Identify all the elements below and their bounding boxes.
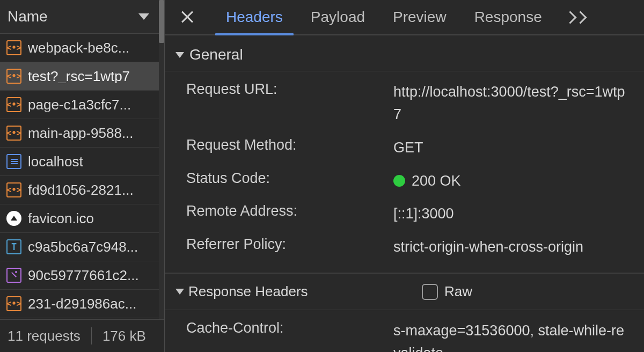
response-headers-values: Cache-Control: s-maxage=31536000, stale-… [165,310,644,352]
remote-address-label: Remote Address: [186,203,393,219]
status-dot-icon [393,175,405,187]
column-header-name: Name [8,8,48,25]
raw-toggle[interactable]: Raw [422,283,472,300]
request-name: localhost [28,155,83,168]
cache-control-label: Cache-Control: [186,320,393,336]
remote-address-value[interactable]: [::1]:3000 [393,203,631,225]
referrer-policy-value[interactable]: strict-origin-when-cross-origin [393,236,631,259]
request-row[interactable]: <•>webpack-be8c... [0,34,164,62]
section-general-heading[interactable]: General [165,35,644,71]
scrollbar-thumb[interactable] [159,0,164,43]
request-name: main-app-9588... [28,126,134,140]
request-row[interactable]: localhost [0,148,164,176]
tab-payload[interactable]: Payload [297,0,379,34]
requests-sidebar: Name <•>webpack-be8c...<•>test?_rsc=1wtp… [0,0,165,352]
request-url-value[interactable]: http://localhost:3000/test?_rsc=1wtp7 [393,81,631,126]
details-body: General Request URL: http://localhost:30… [165,35,644,352]
script-icon: <•> [6,69,21,84]
requests-column-header[interactable]: Name [0,0,164,34]
tab-headers[interactable]: Headers [212,0,297,34]
script-icon: <•> [6,40,21,55]
row-remote-address: Remote Address: [::1]:3000 [165,197,644,231]
font-icon: T [6,239,21,254]
network-summary-bar: 11 requests 176 kB [0,319,164,352]
script-icon: <•> [6,182,21,197]
request-details-pane: Headers Payload Preview Response General [165,0,644,352]
request-method-value[interactable]: GET [393,137,631,159]
row-request-url: Request URL: http://localhost:3000/test?… [165,76,644,131]
tab-headers-label: Headers [226,9,283,26]
devtools-network-panel: Name <•>webpack-be8c...<•>test?_rsc=1wtp… [0,0,644,352]
request-row[interactable]: <•>231-d291986ac... [0,290,164,318]
request-method-label: Request Method: [186,137,393,153]
document-icon [6,154,21,169]
close-icon[interactable] [178,8,197,27]
status-code-label: Status Code: [186,170,393,187]
section-response-headers-title: Response Headers [188,283,308,300]
request-url-label: Request URL: [186,81,393,98]
scrollbar-track[interactable] [159,0,164,319]
divider [91,327,92,344]
section-general-title: General [189,46,243,63]
request-name: 231-d291986ac... [28,297,136,311]
tab-preview[interactable]: Preview [379,0,460,34]
raw-label: Raw [444,283,472,300]
request-name: 90c59777661c2... [28,268,139,282]
request-row[interactable]: <•>fd9d1056-2821... [0,176,164,204]
details-tabbar: Headers Payload Preview Response [165,0,644,35]
request-name: page-c1a3cfc7... [28,98,131,112]
request-row[interactable]: <•>page-c1a3cfc7... [0,91,164,119]
request-row[interactable]: 90c59777661c2... [0,261,164,290]
request-name: webpack-be8c... [28,41,129,55]
request-name: favicon.ico [28,211,94,225]
request-name: c9a5bc6a7c948... [28,240,138,254]
chevron-right-icon [574,11,587,24]
disclosure-triangle-icon [175,52,184,58]
stylesheet-icon [6,268,21,283]
image-icon [6,211,21,226]
row-status-code: Status Code: 200 OK [165,165,644,198]
status-code-text: 200 OK [412,170,461,193]
request-row[interactable]: favicon.ico [0,204,164,233]
row-request-method: Request Method: GET [165,131,644,165]
tab-preview-label: Preview [393,9,447,26]
tab-response[interactable]: Response [460,0,556,34]
referrer-policy-label: Referrer Policy: [186,236,393,253]
cache-control-value[interactable]: s-maxage=31536000, stale-while-revalidat… [393,320,631,352]
tab-payload-label: Payload [311,9,365,26]
script-icon: <•> [6,296,21,311]
summary-transfer: 176 kB [103,328,146,344]
request-row[interactable]: <•>main-app-9588... [0,119,164,148]
summary-requests: 11 requests [8,328,80,344]
row-cache-control: Cache-Control: s-maxage=31536000, stale-… [165,314,644,352]
request-name: fd9d1056-2821... [28,183,134,197]
request-list: <•>webpack-be8c...<•>test?_rsc=1wtp7<•>p… [0,34,164,319]
sort-descending-icon[interactable] [138,13,149,20]
tab-response-label: Response [474,9,542,26]
script-icon: <•> [6,126,21,141]
general-values: Request URL: http://localhost:3000/test?… [165,71,644,274]
request-row[interactable]: Tc9a5bc6a7c948... [0,233,164,261]
raw-checkbox[interactable] [422,284,438,300]
request-name: test?_rsc=1wtp7 [28,69,130,83]
section-response-headers-heading[interactable]: Response Headers Raw [165,274,644,310]
script-icon: <•> [6,97,21,112]
row-referrer-policy: Referrer Policy: strict-origin-when-cros… [165,231,644,264]
request-row[interactable]: <•>test?_rsc=1wtp7 [0,62,164,91]
status-code-value[interactable]: 200 OK [393,170,631,193]
disclosure-triangle-icon [175,289,184,295]
more-tabs-icon[interactable] [566,13,585,22]
